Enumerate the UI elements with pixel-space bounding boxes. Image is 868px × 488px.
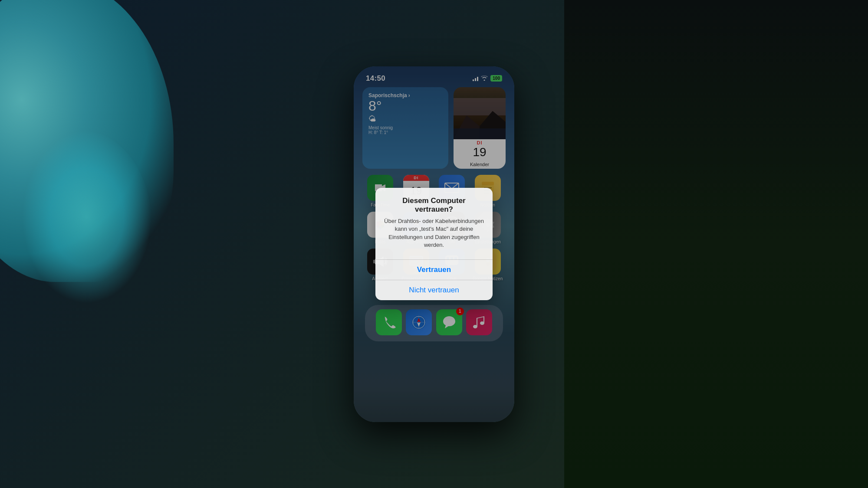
deny-button[interactable]: Nicht vertrauen — [375, 280, 493, 300]
phone-frame: 14:50 100 — [354, 66, 514, 422]
phone-screen: 14:50 100 — [354, 66, 514, 422]
outer-background: 14:50 100 — [0, 0, 868, 488]
bg-right — [564, 0, 868, 488]
alert-message: Über Drahtlos- oder Kabelverbindungen ka… — [382, 217, 486, 249]
alert-content: Diesem Computer vertrauen? Über Drahtlos… — [375, 188, 493, 252]
trust-button[interactable]: Vertrauen — [375, 260, 493, 280]
alert-overlay: Diesem Computer vertrauen? Über Drahtlos… — [354, 66, 514, 422]
trust-dialog: Diesem Computer vertrauen? Über Drahtlos… — [375, 188, 493, 300]
alert-title: Diesem Computer vertrauen? — [382, 197, 486, 214]
